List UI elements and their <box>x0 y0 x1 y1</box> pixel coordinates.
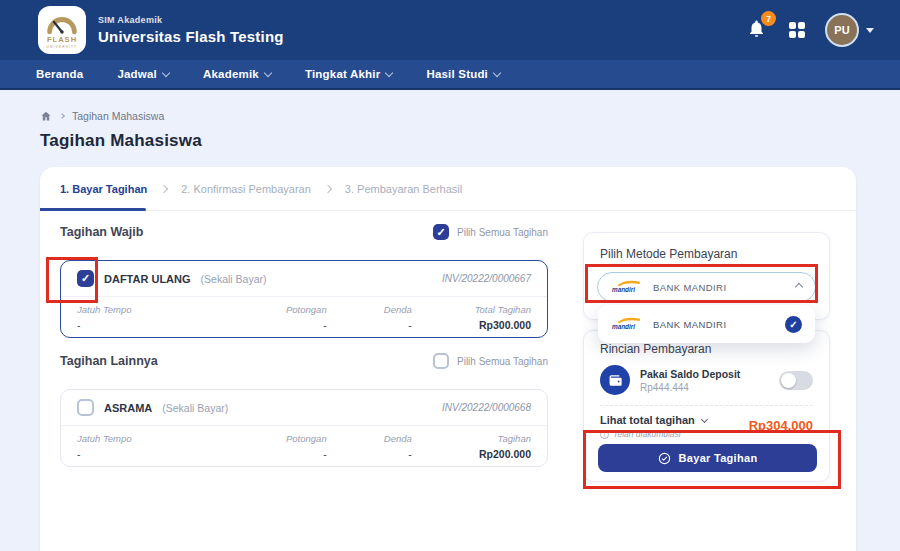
nav-item-jadwal[interactable]: Jadwal <box>117 68 169 80</box>
invoice-type: (Sekali Bayar) <box>162 402 228 414</box>
chevron-up-icon <box>795 283 803 291</box>
invoice-detail-row: Jatuh Tempo - Potongan - Denda - Tagihan… <box>61 426 547 460</box>
svg-text:mandiri: mandiri <box>612 286 635 293</box>
payment-steps: 1. Bayar Tagihan 2. Konfirmasi Pembayara… <box>40 167 856 211</box>
col-label: Denda <box>327 433 412 444</box>
col-label: Total Tagihan <box>412 304 531 315</box>
col-value: - <box>327 448 412 460</box>
select-all-lainnya[interactable]: Pilih Semua Tagihan <box>433 353 548 369</box>
selected-check-icon: ✓ <box>785 316 802 333</box>
total-note: i Telah diakumulasi <box>600 429 707 439</box>
step-pembayaran-berhasil[interactable]: 3. Pembayaran Berhasil <box>345 183 462 195</box>
app-name: SIM Akademik <box>98 15 284 25</box>
active-step-underline <box>40 208 146 211</box>
header-actions: 7 PU <box>747 0 874 60</box>
col-value: - <box>202 448 327 460</box>
option-label: BANK MANDIRI <box>653 319 726 330</box>
select-all-wajib[interactable]: ✓ Pilih Semua Tagihan <box>433 224 548 240</box>
notifications-button[interactable]: 7 <box>747 18 769 42</box>
apps-menu-button[interactable] <box>789 22 805 38</box>
chevron-down-icon <box>701 415 708 422</box>
check-circle-icon <box>658 452 671 465</box>
col-value: - <box>77 319 202 331</box>
checkbox-unchecked-icon[interactable] <box>433 353 449 369</box>
step-bayar-tagihan[interactable]: 1. Bayar Tagihan <box>60 183 147 195</box>
wallet-icon <box>600 365 630 395</box>
col-value: - <box>327 319 412 331</box>
total-expander[interactable]: Lihat total tagihan <box>600 414 707 426</box>
nav-item-beranda[interactable]: Beranda <box>36 68 83 80</box>
col-label: Jatuh Tempo <box>77 433 202 444</box>
payment-method-select[interactable]: mandiri BANK MANDIRI <box>597 272 816 302</box>
invoice-card-asrama: ASRAMA (Sekali Bayar) INV/20222/0000668 … <box>60 389 548 467</box>
tagihan-wajib-header: Tagihan Wajib ✓ Pilih Semua Tagihan <box>60 224 548 240</box>
col-label: Potongan <box>202 304 327 315</box>
deposit-row: Pakai Saldo Deposit Rp444.444 <box>584 356 829 395</box>
col-label: Jatuh Tempo <box>77 304 202 315</box>
section-title: Tagihan Lainnya <box>60 354 158 368</box>
chevron-down-icon <box>264 68 272 76</box>
payment-method-option-bank-mandiri[interactable]: mandiri BANK MANDIRI ✓ <box>598 305 815 343</box>
chevron-down-icon <box>493 68 501 76</box>
university-logo: FLASH UNIVERSITY <box>38 6 86 54</box>
nav-item-akademik[interactable]: Akademik <box>203 68 271 80</box>
chevron-right-icon <box>59 113 65 119</box>
mandiri-logo: mandiri <box>611 280 644 294</box>
tagihan-lainnya-header: Tagihan Lainnya Pilih Semua Tagihan <box>60 353 548 369</box>
caret-down-icon <box>866 28 874 33</box>
apps-grid-icon <box>789 22 796 29</box>
invoice-number: INV/20222/0000667 <box>442 273 531 284</box>
nav-item-tingkat-akhir[interactable]: Tingkat Akhir <box>305 68 392 80</box>
invoice-name: ASRAMA <box>104 402 152 414</box>
bayar-tagihan-button[interactable]: Bayar Tagihan <box>598 444 817 472</box>
logo-subtext: UNIVERSITY <box>47 45 78 49</box>
logo-text: FLASH <box>47 35 77 44</box>
nav-item-hasil-studi[interactable]: Hasil Studi <box>426 68 500 80</box>
col-value-total: Rp200.000 <box>412 448 531 460</box>
invoice-type: (Sekali Bayar) <box>201 273 267 285</box>
invoice-checkbox-daftar-ulang[interactable]: ✓ <box>77 270 94 287</box>
user-menu[interactable]: PU <box>825 13 874 47</box>
app-header: FLASH UNIVERSITY SIM Akademik Universita… <box>0 0 900 60</box>
col-label: Potongan <box>202 433 327 444</box>
col-value: - <box>77 448 202 460</box>
avatar: PU <box>825 13 859 47</box>
total-row: Lihat total tagihan i Telah diakumulasi … <box>584 406 829 439</box>
invoice-name: DAFTAR ULANG <box>104 273 191 285</box>
col-value: - <box>202 319 327 331</box>
svg-text:mandiri: mandiri <box>612 323 635 330</box>
university-name: Universitas Flash Testing <box>98 28 284 45</box>
main-navbar: Beranda Jadwal Akademik Tingkat Akhir Ha… <box>0 60 900 90</box>
col-value-total: Rp300.000 <box>412 319 531 331</box>
chevron-right-icon <box>160 185 168 193</box>
info-icon: i <box>600 430 609 439</box>
mandiri-logo: mandiri <box>611 317 644 331</box>
notification-badge: 7 <box>761 11 776 26</box>
invoice-detail-row: Jatuh Tempo - Potongan - Denda - Total T… <box>61 297 547 331</box>
payment-method-title: Pilih Metode Pembayaran <box>584 233 829 261</box>
chevron-down-icon <box>162 68 170 76</box>
payment-detail-card: Rincian Pembayaran Pakai Saldo Deposit R… <box>583 330 830 482</box>
col-label: Denda <box>327 304 412 315</box>
invoice-checkbox-asrama[interactable] <box>77 399 94 416</box>
invoice-card-daftar-ulang: ✓ DAFTAR ULANG (Sekali Bayar) INV/20222/… <box>60 260 548 338</box>
selected-method-label: BANK MANDIRI <box>653 282 726 293</box>
step-konfirmasi-pembayaran[interactable]: 2. Konfirmasi Pembayaran <box>181 183 311 195</box>
breadcrumb-current: Tagihan Mahasiswa <box>72 110 164 122</box>
section-title: Tagihan Wajib <box>60 225 143 239</box>
deposit-label: Pakai Saldo Deposit <box>640 368 740 380</box>
total-amount: Rp304.000 <box>749 418 813 433</box>
col-label: Tagihan <box>412 433 531 444</box>
invoice-number: INV/20222/0000668 <box>442 402 531 413</box>
checkbox-checked-icon[interactable]: ✓ <box>433 224 449 240</box>
home-icon[interactable] <box>40 110 52 122</box>
chevron-right-icon <box>324 185 332 193</box>
flash-gauge-icon: FLASH UNIVERSITY <box>41 8 83 52</box>
invoice-header-row: ASRAMA (Sekali Bayar) INV/20222/0000668 <box>61 390 547 426</box>
page-title: Tagihan Mahasiswa <box>40 131 202 151</box>
breadcrumb: Tagihan Mahasiswa <box>40 110 164 122</box>
deposit-toggle[interactable] <box>779 371 813 390</box>
deposit-amount: Rp444.444 <box>640 382 740 393</box>
chevron-down-icon <box>385 68 393 76</box>
content-card: 1. Bayar Tagihan 2. Konfirmasi Pembayara… <box>40 167 856 551</box>
